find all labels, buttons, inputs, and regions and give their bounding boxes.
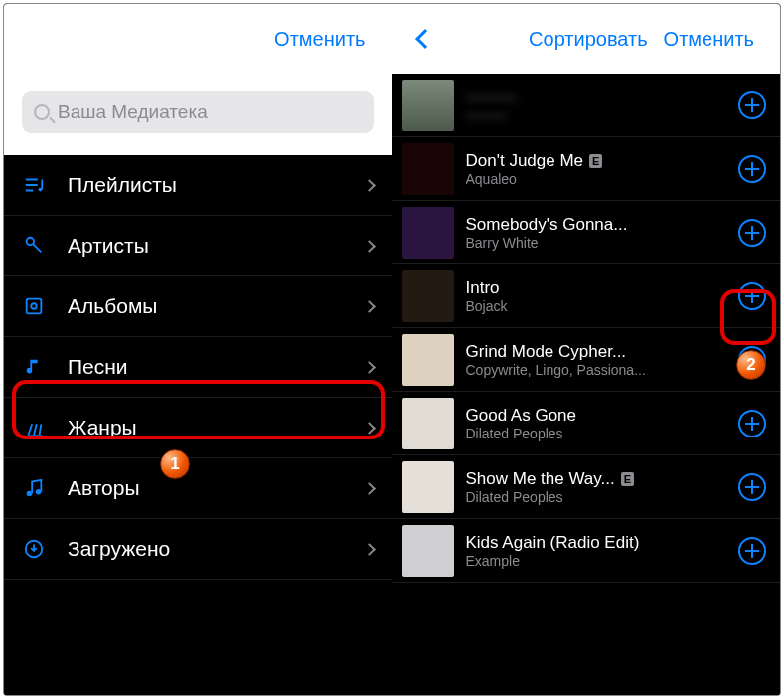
search-wrap: Ваша Медиатека (4, 74, 392, 155)
cancel-button[interactable]: Отменить (266, 24, 373, 55)
cat-downloaded[interactable]: Загружено (4, 519, 392, 580)
right-header: Сортировать Отменить (392, 4, 781, 74)
song-artist: Barry White (466, 235, 727, 251)
search-icon (34, 104, 50, 120)
search-placeholder: Ваша Медиатека (58, 101, 208, 123)
songs-list: ——————Don't Judge MeEAqualeoSomebody's G… (392, 74, 781, 695)
song-meta: Show Me the Way...EDilated Peoples (466, 469, 727, 505)
add-button[interactable] (738, 91, 766, 119)
cat-label: Альбомы (68, 294, 157, 318)
song-artist: Dilated Peoples (466, 489, 727, 505)
song-artist: Copywrite, Lingo, Passiona... (466, 362, 727, 378)
album-art (402, 461, 454, 513)
song-meta: Kids Again (Radio Edit)Example (466, 533, 727, 569)
song-title: Kids Again (Radio Edit) (466, 533, 727, 553)
song-artist: Dilated Peoples (466, 426, 727, 441)
playlist-icon (22, 173, 46, 197)
explicit-badge: E (621, 472, 634, 486)
cat-label: Артисты (68, 234, 149, 258)
library-categories: Плейлисты Артисты Альбомы (4, 155, 392, 695)
song-title: ——— (466, 87, 727, 107)
song-meta: —————— (466, 87, 727, 123)
song-meta: Somebody's Gonna...Barry White (466, 215, 727, 251)
song-artist: Aqualeo (466, 171, 727, 187)
song-meta: Good As GoneDilated Peoples (466, 406, 727, 441)
cat-composers[interactable]: Авторы (4, 458, 392, 519)
chevron-right-icon (363, 482, 376, 495)
add-button[interactable] (738, 537, 766, 565)
cat-label: Плейлисты (68, 173, 177, 197)
library-pane: Отменить Ваша Медиатека Плейлисты (4, 4, 392, 695)
chevron-left-icon (415, 29, 435, 49)
cat-label: Песни (68, 355, 128, 379)
add-button[interactable] (738, 282, 766, 310)
svg-point-1 (27, 238, 34, 245)
download-icon (22, 537, 46, 561)
annotation-badge-2: 2 (736, 350, 766, 380)
notes-icon (22, 476, 46, 500)
album-art (402, 334, 454, 386)
mic-icon (22, 234, 46, 258)
svg-rect-2 (27, 299, 42, 314)
sort-button[interactable]: Сортировать (521, 24, 656, 55)
song-row[interactable]: Somebody's Gonna...Barry White (392, 201, 781, 264)
cat-artists[interactable]: Артисты (4, 216, 392, 276)
song-meta: Don't Judge MeEAqualeo (466, 151, 727, 187)
song-row[interactable]: Grind Mode Cypher...Copywrite, Lingo, Pa… (392, 328, 781, 392)
song-meta: Grind Mode Cypher...Copywrite, Lingo, Pa… (466, 342, 727, 378)
cat-label: Жанры (68, 416, 137, 439)
album-art (402, 270, 454, 322)
add-button[interactable] (738, 410, 766, 437)
search-input[interactable]: Ваша Медиатека (22, 91, 374, 133)
cat-label: Авторы (68, 476, 140, 500)
guitar-icon (22, 416, 46, 439)
song-row[interactable]: IntroBojack (392, 264, 781, 328)
album-art (402, 80, 454, 131)
song-row[interactable]: —————— (392, 74, 781, 137)
album-icon (22, 294, 46, 318)
chevron-right-icon (363, 361, 376, 374)
cat-genres[interactable]: Жанры (4, 398, 392, 458)
annotation-badge-1: 1 (160, 449, 190, 479)
chevron-right-icon (363, 422, 376, 435)
chevron-right-icon (363, 240, 376, 253)
album-art (402, 207, 454, 259)
songs-pane: Сортировать Отменить ——————Don't Judge M… (392, 4, 781, 695)
song-meta: IntroBojack (466, 278, 727, 314)
note-icon (22, 355, 46, 379)
song-title: Good As Gone (466, 406, 727, 426)
song-title: Intro (466, 278, 727, 298)
song-row[interactable]: Good As GoneDilated Peoples (392, 392, 781, 455)
song-title: Don't Judge MeE (466, 151, 727, 171)
song-artist: Bojack (466, 298, 727, 314)
add-button[interactable] (738, 473, 766, 501)
album-art (402, 525, 454, 577)
cat-albums[interactable]: Альбомы (4, 276, 392, 337)
cancel-button[interactable]: Отменить (656, 24, 762, 55)
cat-playlists[interactable]: Плейлисты (4, 155, 392, 216)
song-row[interactable]: Kids Again (Radio Edit)Example (392, 519, 781, 583)
album-art (402, 143, 454, 195)
add-button[interactable] (738, 219, 766, 247)
chevron-right-icon (363, 543, 376, 556)
song-title: Somebody's Gonna... (466, 215, 727, 235)
back-button[interactable] (410, 28, 440, 50)
song-row[interactable]: Show Me the Way...EDilated Peoples (392, 455, 781, 519)
song-title: Show Me the Way...E (466, 469, 727, 489)
album-art (402, 398, 454, 449)
song-row[interactable]: Don't Judge MeEAqualeo (392, 137, 781, 201)
song-artist: ——— (466, 107, 727, 123)
explicit-badge: E (589, 154, 602, 168)
song-title: Grind Mode Cypher... (466, 342, 727, 362)
cat-label: Загружено (68, 537, 170, 561)
left-header: Отменить (4, 4, 392, 74)
add-button[interactable] (738, 155, 766, 183)
cat-songs[interactable]: Песни (4, 337, 392, 398)
chevron-right-icon (363, 300, 376, 313)
svg-point-3 (31, 303, 37, 309)
song-artist: Example (466, 553, 727, 569)
chevron-right-icon (363, 179, 376, 192)
